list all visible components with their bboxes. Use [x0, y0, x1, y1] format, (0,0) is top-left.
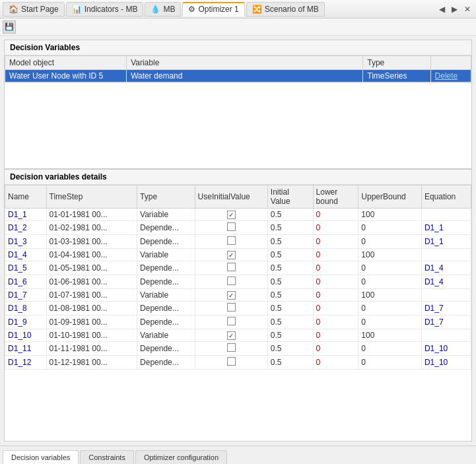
tab-scenario-mb[interactable]: 🔀 Scenario of MB: [246, 2, 325, 17]
cell-initial-value: 0.5: [267, 289, 313, 302]
table-row[interactable]: D1_4 01-04-1981 00... Variable 0.5 0 100: [5, 249, 471, 261]
dv-empty-space: [5, 83, 471, 168]
tab-optimizer-1[interactable]: ⚙ Optimizer 1: [182, 2, 244, 17]
cell-type: Depende...: [137, 342, 195, 356]
table-row[interactable]: D1_3 01-03-1981 00... Depende... 0.5 0 0…: [5, 235, 471, 249]
nav-back-button[interactable]: ◀: [436, 3, 448, 15]
scenario-icon: 🔀: [252, 5, 262, 14]
cell-lower-bound: 0: [313, 342, 358, 356]
cell-initial-value: 0.5: [267, 302, 313, 315]
cell-useinitial[interactable]: [195, 315, 267, 329]
table-row[interactable]: Water User Node with ID 5 Water demand T…: [5, 70, 471, 83]
tab-start-page[interactable]: 🏠 Start Page: [3, 2, 65, 17]
close-tab-button[interactable]: ✕: [461, 3, 473, 15]
cell-timestep: 01-09-1981 00...: [46, 315, 137, 329]
cell-name: D1_9: [5, 315, 47, 329]
cell-timestep: 01-11-1981 00...: [46, 342, 137, 356]
cell-useinitial[interactable]: [195, 302, 267, 315]
table-row[interactable]: D1_8 01-08-1981 00... Depende... 0.5 0 0…: [5, 302, 471, 315]
use-initial-checkbox[interactable]: [227, 317, 236, 325]
use-initial-checkbox[interactable]: [227, 357, 236, 366]
use-initial-checkbox[interactable]: [227, 236, 236, 245]
col-lower-bound: Lower bound: [313, 185, 358, 209]
tab-indicators-mb[interactable]: 📊 Indicators - MB: [66, 2, 144, 17]
main-content: Decision Variables Model object Variable…: [0, 36, 476, 446]
tab-constraints[interactable]: Constraints: [80, 450, 134, 464]
col-upper-bound: UpperBound: [358, 185, 422, 209]
cell-lower-bound: 0: [313, 249, 358, 261]
cell-initial-value: 0.5: [267, 261, 313, 275]
details-table: Name TimeStep Type UseInitialValue Initi…: [5, 185, 471, 370]
tab-decision-variables[interactable]: Decision variables: [3, 450, 79, 464]
cell-name: D1_5: [5, 261, 47, 275]
col-actions: [430, 56, 471, 70]
cell-type: Depende...: [137, 302, 195, 315]
table-row[interactable]: D1_12 01-12-1981 00... Depende... 0.5 0 …: [5, 356, 471, 370]
cell-equation: D1_4: [421, 275, 471, 289]
use-initial-checkbox[interactable]: [227, 303, 236, 312]
col-type: Type: [363, 56, 430, 70]
table-row[interactable]: D1_2 01-02-1981 00... Depende... 0.5 0 0…: [5, 221, 471, 235]
cell-useinitial[interactable]: [195, 221, 267, 235]
cell-useinitial[interactable]: [195, 289, 267, 302]
cell-useinitial[interactable]: [195, 275, 267, 289]
table-row[interactable]: D1_10 01-10-1981 00... Variable 0.5 0 10…: [5, 329, 471, 342]
details-table-wrap[interactable]: Name TimeStep Type UseInitialValue Initi…: [5, 185, 471, 441]
cell-initial-value: 0.5: [267, 235, 313, 249]
table-row[interactable]: D1_6 01-06-1981 00... Depende... 0.5 0 0…: [5, 275, 471, 289]
cell-equation: D1_10: [421, 356, 471, 370]
cell-type: Variable: [137, 209, 195, 221]
use-initial-checkbox[interactable]: [227, 343, 236, 352]
table-row[interactable]: D1_5 01-05-1981 00... Depende... 0.5 0 0…: [5, 261, 471, 275]
use-initial-checkbox[interactable]: [227, 222, 236, 231]
cell-equation: D1_4: [421, 261, 471, 275]
nav-forward-button[interactable]: ▶: [449, 3, 460, 15]
use-initial-checkbox[interactable]: [227, 211, 236, 219]
cell-timestep: 01-01-1981 00...: [46, 209, 137, 221]
table-row[interactable]: D1_9 01-09-1981 00... Depende... 0.5 0 0…: [5, 315, 471, 329]
tab-mb[interactable]: 💧 MB: [145, 2, 181, 17]
cell-timestep: 01-12-1981 00...: [46, 356, 137, 370]
cell-timestep: 01-04-1981 00...: [46, 249, 137, 261]
tab-optimizer-config[interactable]: Optimizer configuration: [135, 450, 227, 464]
cell-useinitial[interactable]: [195, 235, 267, 249]
cell-name: D1_11: [5, 342, 47, 356]
cell-useinitial[interactable]: [195, 249, 267, 261]
cell-upper-bound: 100: [358, 329, 422, 342]
optimizer-icon: ⚙: [188, 5, 195, 14]
cell-equation: D1_10: [421, 342, 471, 356]
delete-link[interactable]: Delete: [435, 71, 458, 81]
cell-delete[interactable]: Delete: [430, 70, 471, 83]
col-variable: Variable: [127, 56, 363, 70]
cell-useinitial[interactable]: [195, 209, 267, 221]
use-initial-checkbox[interactable]: [227, 331, 236, 340]
cell-equation: [421, 249, 471, 261]
cell-timestep: 01-02-1981 00...: [46, 221, 137, 235]
cell-type: Variable: [137, 329, 195, 342]
cell-timestep: 01-10-1981 00...: [46, 329, 137, 342]
cell-name: D1_8: [5, 302, 47, 315]
cell-name: D1_3: [5, 235, 47, 249]
details-header: Decision variables details: [5, 170, 471, 185]
cell-upper-bound: 0: [358, 356, 422, 370]
table-row[interactable]: D1_7 01-07-1981 00... Variable 0.5 0 100: [5, 289, 471, 302]
cell-useinitial[interactable]: [195, 329, 267, 342]
cell-equation: D1_1: [421, 235, 471, 249]
cell-useinitial[interactable]: [195, 342, 267, 356]
cell-type: Variable: [137, 249, 195, 261]
table-row[interactable]: D1_1 01-01-1981 00... Variable 0.5 0 100: [5, 209, 471, 221]
use-initial-checkbox[interactable]: [227, 291, 236, 300]
use-initial-checkbox[interactable]: [227, 251, 236, 259]
cell-lower-bound: 0: [313, 329, 358, 342]
table-row[interactable]: D1_11 01-11-1981 00... Depende... 0.5 0 …: [5, 342, 471, 356]
cell-useinitial[interactable]: [195, 261, 267, 275]
use-initial-checkbox[interactable]: [227, 277, 236, 285]
cell-type: Depende...: [137, 235, 195, 249]
cell-lower-bound: 0: [313, 302, 358, 315]
mb-icon: 💧: [151, 5, 160, 14]
cell-upper-bound: 0: [358, 315, 422, 329]
cell-useinitial[interactable]: [195, 356, 267, 370]
save-button[interactable]: 💾: [3, 20, 16, 34]
cell-lower-bound: 0: [313, 275, 358, 289]
use-initial-checkbox[interactable]: [227, 263, 236, 271]
